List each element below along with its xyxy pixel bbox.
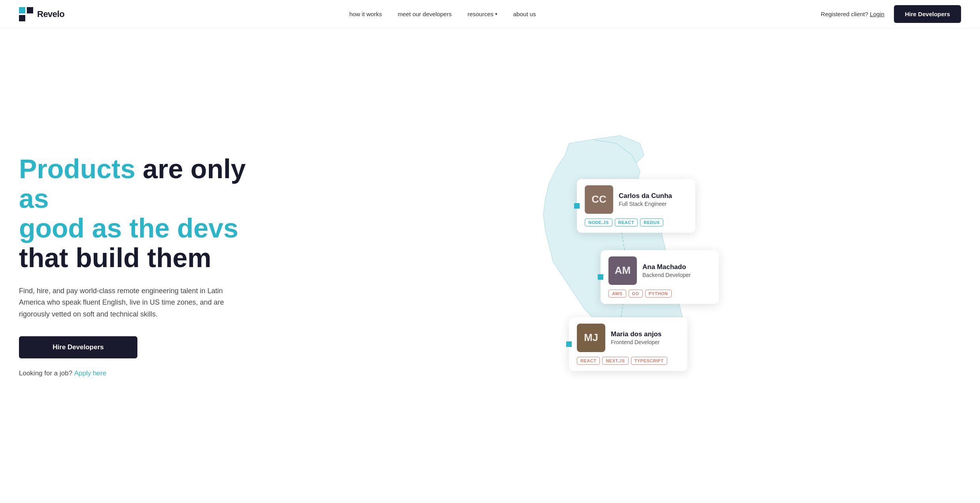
hero-heading: Products are only as good as the devs th… [19, 154, 256, 272]
dev-role-ana: Backend Developer [642, 272, 691, 278]
dev-card-top-ana: AM Ana Machado Backend Developer [608, 256, 711, 285]
dev-name-carlos: Carlos da Cunha [619, 192, 672, 200]
heading-products: Products [19, 154, 135, 184]
dev-info-ana: Ana Machado Backend Developer [642, 263, 691, 278]
logo-text: Revelo [37, 9, 64, 19]
dev-tags-ana: AWS GO PYTHON [608, 290, 711, 298]
avatar-maria: MJ [577, 324, 605, 352]
card-accent-3 [566, 341, 572, 347]
hero-subtext: Find, hire, and pay world-class remote e… [19, 285, 224, 320]
dev-info-maria: Maria dos anjos Frontend Developer [611, 330, 661, 345]
heading-good-as: good as the devs [19, 213, 238, 243]
tag-python: PYTHON [645, 290, 672, 298]
tag-nextjs: NEXT.JS [602, 357, 628, 365]
navbar: Revelo how it works meet our developers … [0, 0, 980, 28]
tag-typescript: TYPESCRIPT [631, 357, 667, 365]
heading-as: as [19, 183, 49, 213]
dev-card-maria: MJ Maria dos anjos Frontend Developer RE… [569, 317, 687, 371]
dev-name-maria: Maria dos anjos [611, 330, 661, 338]
tag-go: GO [629, 290, 643, 298]
dev-card-ana: AM Ana Machado Backend Developer AWS GO … [601, 250, 719, 304]
dev-role-carlos: Full Stack Engineer [619, 201, 672, 207]
tag-redux: REDUX [640, 219, 663, 226]
nav-how-it-works[interactable]: how it works [349, 11, 382, 17]
tag-react-maria: REACT [577, 357, 600, 365]
apply-here-link[interactable]: Apply here [74, 369, 106, 377]
registered-text: Registered client? Login [821, 11, 884, 17]
svg-rect-1 [27, 7, 33, 13]
svg-rect-0 [19, 7, 25, 13]
card-accent-1 [574, 203, 580, 209]
dev-card-carlos: CC Carlos da Cunha Full Stack Engineer N… [577, 179, 695, 233]
avatar-carlos: CC [585, 185, 613, 214]
hero-right: CC Carlos da Cunha Full Stack Engineer N… [256, 132, 961, 400]
dev-tags-carlos: NODE.JS REACT REDUX [585, 219, 687, 226]
dev-info-carlos: Carlos da Cunha Full Stack Engineer [619, 192, 672, 207]
hire-developers-hero-button[interactable]: Hire Developers [19, 336, 137, 358]
nav-right: Registered client? Login Hire Developers [821, 5, 961, 23]
map-container: CC Carlos da Cunha Full Stack Engineer N… [470, 132, 747, 400]
nav-meet-developers[interactable]: meet our developers [398, 11, 452, 17]
dev-name-ana: Ana Machado [642, 263, 691, 271]
nav-links: how it works meet our developers resourc… [349, 11, 536, 18]
card-accent-2 [598, 274, 603, 280]
logo-link[interactable]: Revelo [19, 7, 64, 21]
nav-resources[interactable]: resources ▾ [467, 11, 498, 17]
dev-tags-maria: REACT NEXT.JS TYPESCRIPT [577, 357, 680, 365]
hero-section: Products are only as good as the devs th… [0, 28, 980, 503]
avatar-ana: AM [608, 256, 637, 285]
heading-are-only: are only [135, 154, 246, 184]
tag-nodejs: NODE.JS [585, 219, 612, 226]
dev-role-maria: Frontend Developer [611, 339, 661, 345]
nav-about-us[interactable]: about us [513, 11, 536, 17]
hire-developers-nav-button[interactable]: Hire Developers [894, 5, 961, 23]
svg-rect-2 [19, 15, 25, 21]
chevron-down-icon: ▾ [495, 11, 498, 17]
tag-react-carlos: REACT [615, 219, 638, 226]
heading-that-build: that build them [19, 243, 211, 273]
tag-aws: AWS [608, 290, 626, 298]
logo-icon [19, 7, 33, 21]
job-link-container: Looking for a job? Apply here [19, 369, 256, 377]
hero-left: Products are only as good as the devs th… [19, 154, 256, 377]
dev-card-top-maria: MJ Maria dos anjos Frontend Developer [577, 324, 680, 352]
login-link[interactable]: Login [870, 11, 884, 17]
dev-card-top-carlos: CC Carlos da Cunha Full Stack Engineer [585, 185, 687, 214]
